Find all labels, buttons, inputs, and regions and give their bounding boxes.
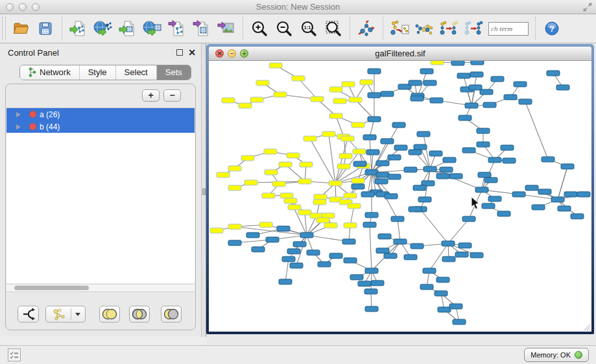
tab-style[interactable]: Style: [79, 65, 115, 80]
graph-node[interactable]: [477, 128, 490, 133]
graph-node[interactable]: [392, 122, 405, 128]
graph-edge[interactable]: [423, 134, 430, 169]
graph-node[interactable]: [304, 136, 316, 141]
graph-node[interactable]: [298, 210, 311, 215]
graph-node[interactable]: [337, 164, 350, 169]
graph-node[interactable]: [436, 174, 449, 179]
scrollbar-thumb[interactable]: [14, 286, 89, 290]
graph-node[interactable]: [279, 162, 292, 167]
graph-node[interactable]: [443, 157, 456, 163]
graph-node[interactable]: [483, 102, 496, 108]
graph-node[interactable]: [436, 277, 449, 282]
graph-node[interactable]: [501, 145, 514, 150]
export-table-icon[interactable]: [189, 16, 214, 41]
graph-node[interactable]: [228, 166, 241, 171]
graph-node[interactable]: [376, 161, 389, 166]
graph-node[interactable]: [318, 262, 331, 267]
graph-node[interactable]: [284, 198, 297, 203]
graph-node[interactable]: [288, 205, 301, 210]
graph-node[interactable]: [300, 162, 313, 167]
graph-node[interactable]: [368, 93, 381, 98]
graph-node[interactable]: [329, 253, 342, 258]
graph-node[interactable]: [364, 289, 377, 294]
graph-node[interactable]: [360, 80, 373, 85]
graph-edge[interactable]: [310, 139, 335, 183]
graph-node[interactable]: [375, 179, 388, 184]
graph-node[interactable]: [210, 228, 223, 233]
fullscreen-icon[interactable]: [583, 3, 592, 12]
graph-node[interactable]: [462, 148, 475, 153]
graph-node[interactable]: [512, 192, 525, 197]
graph-node[interactable]: [381, 139, 394, 144]
graph-node[interactable]: [488, 157, 501, 163]
graph-node[interactable]: [256, 80, 269, 85]
graph-node[interactable]: [378, 234, 391, 239]
graph-node[interactable]: [525, 185, 538, 190]
graph-node[interactable]: [313, 199, 326, 205]
graph-node[interactable]: [287, 153, 300, 158]
graph-edge[interactable]: [336, 116, 344, 137]
import-table-url-icon[interactable]: [140, 16, 165, 41]
graph-node[interactable]: [311, 97, 324, 102]
graph-node[interactable]: [519, 99, 532, 104]
graph-node[interactable]: [292, 76, 305, 81]
graph-node[interactable]: [547, 71, 560, 76]
graph-node[interactable]: [457, 73, 470, 78]
graph-node[interactable]: [409, 150, 422, 155]
set-layout-dropdown-button[interactable]: [45, 306, 86, 323]
graph-node[interactable]: [316, 218, 329, 223]
graph-node[interactable]: [561, 164, 574, 169]
graph-node[interactable]: [482, 203, 495, 209]
search-input[interactable]: [488, 22, 529, 36]
graph-node[interactable]: [423, 268, 436, 273]
graph-node[interactable]: [484, 177, 497, 183]
horizontal-scrollbar[interactable]: [6, 284, 195, 292]
graph-node[interactable]: [438, 307, 451, 312]
graph-node[interactable]: [217, 172, 230, 177]
expand-triangle-icon[interactable]: [16, 124, 21, 130]
import-network-url-icon[interactable]: [91, 16, 115, 41]
graph-node[interactable]: [480, 89, 493, 95]
graph-node[interactable]: [532, 205, 545, 210]
graph-node[interactable]: [222, 98, 235, 103]
graph-node[interactable]: [368, 117, 381, 122]
help-button[interactable]: ?: [540, 16, 564, 41]
intersection-button[interactable]: [129, 306, 150, 323]
graph-node[interactable]: [365, 268, 378, 273]
graph-node[interactable]: [542, 157, 554, 162]
graph-node[interactable]: [314, 194, 327, 199]
tab-network[interactable]: Network: [20, 65, 79, 80]
graph-node[interactable]: [274, 92, 287, 97]
graph-node[interactable]: [352, 178, 364, 183]
graph-node[interactable]: [429, 151, 442, 156]
hide-selected-icon[interactable]: [436, 16, 461, 41]
graph-node[interactable]: [538, 189, 551, 194]
graph-node[interactable]: [353, 161, 366, 166]
import-network-file-icon[interactable]: [66, 16, 91, 41]
graph-edge[interactable]: [430, 169, 482, 190]
graph-node[interactable]: [241, 155, 254, 161]
open-file-icon[interactable]: [8, 16, 33, 41]
graph-node[interactable]: [365, 306, 378, 312]
graph-node[interactable]: [228, 240, 241, 245]
graph-node[interactable]: [350, 275, 363, 280]
graph-node[interactable]: [228, 185, 241, 190]
graph-edge[interactable]: [285, 259, 289, 282]
graph-edge[interactable]: [298, 78, 317, 99]
graph-node[interactable]: [442, 256, 455, 262]
export-network-icon[interactable]: [165, 16, 189, 41]
graph-edge[interactable]: [235, 227, 307, 235]
graph-node[interactable]: [376, 172, 389, 177]
graph-node[interactable]: [342, 239, 355, 244]
graph-node[interactable]: [280, 193, 293, 198]
graph-node[interactable]: [440, 167, 453, 172]
save-session-icon[interactable]: [33, 16, 58, 41]
first-neighbors-icon[interactable]: [412, 16, 436, 41]
graph-node[interactable]: [329, 87, 342, 92]
graph-node[interactable]: [322, 131, 335, 137]
graph-node[interactable]: [365, 212, 378, 218]
float-panel-icon[interactable]: [176, 49, 183, 56]
graph-node[interactable]: [366, 150, 379, 155]
graph-edge[interactable]: [525, 102, 548, 159]
graph-node[interactable]: [413, 185, 426, 190]
